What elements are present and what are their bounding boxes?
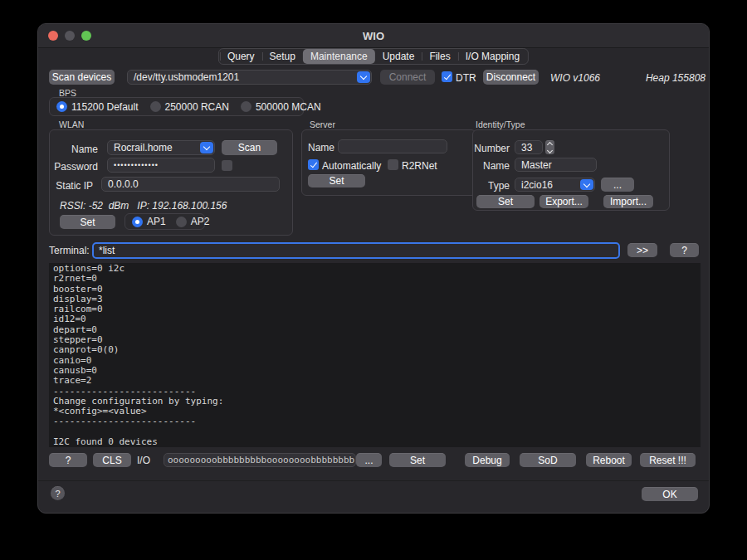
wlan-ap-radio-group: AP1 AP2 <box>124 213 205 230</box>
terminal-line: I2C found 0 devices <box>53 437 696 447</box>
identity-import-button[interactable]: Import... <box>603 195 653 208</box>
server-set-button[interactable]: Set <box>308 174 365 187</box>
chevron-down-icon <box>547 147 553 153</box>
terminal-help-button[interactable]: ? <box>670 243 699 257</box>
identity-group-label: Identity/Type <box>476 119 525 129</box>
terminal-line: -------------------------- <box>53 416 696 426</box>
wlan-status-line: RSSI: -52 dBm IP: 192.168.100.156 <box>60 200 227 212</box>
io-set-button[interactable]: Set <box>389 453 446 467</box>
bps-radio-option[interactable]: 115200 Default <box>56 101 139 113</box>
tab[interactable]: Maintenance <box>303 49 375 64</box>
tab[interactable]: Query <box>220 49 262 64</box>
tab[interactable]: Update <box>375 49 422 64</box>
bps-radio-option[interactable]: 500000 MCAN <box>241 101 321 113</box>
server-r2rnet-checkbox[interactable] <box>388 159 398 170</box>
terminal-input[interactable]: *list <box>92 242 620 259</box>
identity-number-label: Number <box>473 143 510 154</box>
terminal-line: -------------------------- <box>53 387 696 397</box>
tab-label: Query <box>227 51 255 62</box>
identity-name-field[interactable]: Master <box>515 158 597 172</box>
terminal-send-button[interactable]: >> <box>627 243 657 257</box>
wlan-scan-button[interactable]: Scan <box>222 140 277 155</box>
wlan-group-label: WLAN <box>59 119 84 129</box>
radio-label: 500000 MCAN <box>256 101 321 113</box>
server-group: Name Automatically R2RNet Set <box>301 129 476 196</box>
identity-type-dropdown-button[interactable] <box>580 179 593 190</box>
port-value: /dev/tty.usbmodem1201 <box>134 71 239 83</box>
footer-help-button[interactable]: ? <box>51 486 65 500</box>
scan-devices-button[interactable]: Scan devices <box>49 70 115 85</box>
server-name-field[interactable] <box>338 139 447 153</box>
tab-label: Files <box>429 51 450 62</box>
debug-button[interactable]: Debug <box>465 453 510 467</box>
wlan-name-dropdown-button[interactable] <box>200 142 213 153</box>
reboot-button[interactable]: Reboot <box>586 453 632 467</box>
radio-icon <box>132 217 143 227</box>
identity-export-button[interactable]: Export... <box>540 195 588 208</box>
minimize-button[interactable] <box>65 31 75 41</box>
firmware-version: WIO v1066 <box>550 72 600 84</box>
tab-label: Update <box>383 51 415 62</box>
connect-button[interactable]: Connect <box>380 70 435 85</box>
io-more-button[interactable]: ... <box>356 453 382 467</box>
close-button[interactable] <box>48 31 58 41</box>
wlan-name-value: Rocrail.home <box>114 142 173 153</box>
identity-number-field[interactable]: 33 <box>515 140 543 154</box>
wio-window: WIO Query Setup Maintenance Update Files <box>37 23 710 514</box>
io-state-field[interactable]: ooooooooobbbbbbbbboooooooobbbbbbbb <box>164 453 356 467</box>
wlan-password-label: Password <box>54 161 98 173</box>
number-stepper[interactable] <box>545 140 554 154</box>
port-dropdown-button[interactable] <box>357 71 370 83</box>
terminal-line: railcom=0 <box>53 304 696 314</box>
tab[interactable]: Files <box>422 49 457 64</box>
terminal-line: canio=0 <box>53 356 696 366</box>
wlan-password-show-checkbox[interactable] <box>222 160 232 171</box>
server-r2rnet-label: R2RNet <box>402 160 437 172</box>
zoom-button[interactable] <box>81 31 91 41</box>
ok-button[interactable]: OK <box>642 487 698 501</box>
ap-radio-option[interactable]: AP1 <box>132 216 166 227</box>
heap-size: Heap 155808 <box>646 72 706 84</box>
wlan-static-ip-field[interactable]: 0.0.0.0 <box>101 177 280 192</box>
server-name-label: Name <box>308 142 334 153</box>
chevron-down-icon <box>360 73 367 80</box>
identity-type-value: i2cio16 <box>521 179 553 191</box>
wlan-set-button[interactable]: Set <box>60 215 115 229</box>
dtr-label: DTR <box>456 72 476 84</box>
bottom-help-button[interactable]: ? <box>49 453 87 467</box>
wlan-name-select[interactable]: Rocrail.home <box>107 140 215 155</box>
reset-button[interactable]: Reset !!! <box>640 453 696 467</box>
disconnect-button[interactable]: Disconnect <box>483 70 539 85</box>
chevron-down-icon <box>583 180 590 187</box>
io-label: I/O <box>137 455 150 466</box>
radio-label: 115200 Default <box>71 101 139 113</box>
identity-type-select[interactable]: i2cio16 <box>515 178 595 192</box>
dtr-checkbox[interactable] <box>442 71 452 82</box>
radio-icon <box>241 101 251 112</box>
port-select[interactable]: /dev/tty.usbmodem1201 <box>127 70 372 85</box>
bps-radio-option[interactable]: 250000 RCAN <box>150 101 229 113</box>
identity-set-button[interactable]: Set <box>476 195 535 208</box>
server-automatically-label: Automatically <box>322 160 381 172</box>
terminal-line: id12=0 <box>53 314 696 324</box>
tab[interactable]: I/O Mapping <box>458 49 527 64</box>
identity-name-label: Name <box>473 160 510 172</box>
tab-label: I/O Mapping <box>466 51 520 62</box>
wlan-password-field[interactable]: ••••••••••••• <box>107 158 215 173</box>
terminal-line: canusb=0 <box>53 366 696 376</box>
cls-button[interactable]: CLS <box>93 453 131 467</box>
terminal-line: booster=0 <box>53 285 696 295</box>
wlan-static-ip-label: Static IP <box>56 180 93 192</box>
sod-button[interactable]: SoD <box>520 453 576 467</box>
server-automatically-checkbox[interactable] <box>308 159 319 170</box>
terminal-line: Change configuration by typing: <box>53 397 696 407</box>
tab[interactable]: Setup <box>262 49 303 64</box>
terminal-output[interactable]: options=0 i2c r2rnet=0 booster=0 display… <box>49 263 701 447</box>
terminal-line: stepper=0 <box>53 335 696 345</box>
bps-radio-group: 115200 Default 250000 RCAN 500000 MCAN <box>49 97 304 116</box>
terminal-line: r2rnet=0 <box>53 274 696 284</box>
identity-type-more-button[interactable]: ... <box>601 178 634 192</box>
ap-radio-option[interactable]: AP2 <box>176 216 210 227</box>
tab-label: Setup <box>270 51 295 62</box>
footer-divider <box>38 480 709 481</box>
